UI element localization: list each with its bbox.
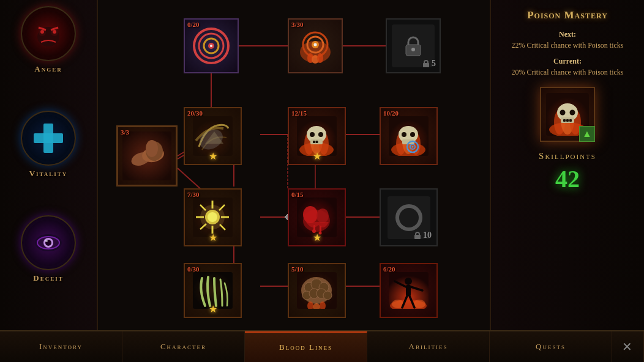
svg-point-5 bbox=[53, 30, 56, 34]
svg-rect-101 bbox=[414, 235, 421, 239]
svg-point-96 bbox=[316, 209, 329, 223]
svg-point-132 bbox=[560, 110, 566, 116]
star-n10: ★ bbox=[209, 303, 217, 315]
stat-deceit[interactable]: Deceit bbox=[21, 215, 76, 283]
svg-rect-136 bbox=[569, 119, 572, 122]
skill-node-n3[interactable]: 5 bbox=[386, 18, 441, 73]
nav-quests[interactable]: Quests bbox=[490, 331, 612, 362]
skill-count-n1: 0/20 bbox=[187, 21, 200, 28]
skill-count-n6: 10/20 bbox=[383, 109, 399, 117]
svg-point-111 bbox=[323, 291, 332, 300]
skill-node-n12[interactable]: 6/20 bbox=[380, 263, 438, 318]
svg-rect-68 bbox=[316, 141, 318, 143]
anger-icon bbox=[21, 6, 76, 61]
nav-bar: Inventory Character Blood Lines Abilitie… bbox=[0, 330, 644, 362]
skill-count-n4: 20/30 bbox=[187, 109, 203, 117]
svg-point-43 bbox=[210, 45, 212, 47]
stat-vitality[interactable]: Vitality bbox=[21, 111, 76, 179]
next-desc: Next: 22% Critical chance with Poison ti… bbox=[500, 29, 635, 51]
svg-point-119 bbox=[405, 278, 412, 285]
svg-point-4 bbox=[40, 30, 44, 34]
lock-num-n3: 5 bbox=[422, 59, 436, 68]
svg-point-133 bbox=[570, 110, 575, 116]
skill-node-n4[interactable]: 20/30 ★ bbox=[184, 107, 242, 165]
skillpoints-label: Skillpoints bbox=[500, 151, 635, 161]
vitality-label: Vitality bbox=[29, 169, 68, 179]
skill-node-n1[interactable]: 0/20 bbox=[184, 18, 239, 73]
skill-node-n7[interactable]: 7/30 bbox=[184, 188, 242, 246]
skill-node-n10[interactable]: 0/30 ★ bbox=[184, 263, 242, 318]
skill-node-n11[interactable]: 5/10 bbox=[288, 263, 346, 318]
nav-bloodlines[interactable]: Blood Lines bbox=[245, 331, 367, 362]
skill-node-n6[interactable]: 10/20 bbox=[380, 107, 438, 165]
skill-count-n2: 3/30 bbox=[291, 21, 304, 28]
svg-point-53 bbox=[411, 48, 415, 51]
svg-point-77 bbox=[410, 132, 415, 137]
anger-label: Anger bbox=[34, 64, 62, 74]
poison-mastery-title: Poison Mastery bbox=[500, 9, 635, 21]
svg-point-76 bbox=[402, 132, 406, 137]
skillpoints-section: Skillpoints 42 bbox=[500, 151, 635, 193]
skill-node-n9[interactable]: 10 bbox=[380, 188, 438, 246]
arm-skill-node[interactable]: 3/3 bbox=[116, 125, 178, 187]
skill-node-n8[interactable]: 0/15 ★ bbox=[288, 188, 346, 246]
current-desc: Current: 20% Critical chance with Poison… bbox=[500, 56, 635, 78]
skill-node-n2[interactable]: 3/30 bbox=[288, 18, 343, 73]
skill-count-n7: 7/30 bbox=[187, 191, 200, 198]
arm-skill-count: 3/3 bbox=[121, 128, 129, 136]
svg-rect-134 bbox=[563, 119, 566, 122]
svg-point-38 bbox=[146, 140, 158, 157]
skill-count-n11: 5/10 bbox=[291, 265, 304, 273]
skill-count-n10: 0/30 bbox=[187, 265, 200, 273]
current-label: Current: bbox=[500, 56, 635, 67]
svg-rect-54 bbox=[423, 63, 429, 67]
svg-point-92 bbox=[200, 205, 225, 229]
current-text: 20% Critical chance with Poison ticks bbox=[512, 68, 624, 76]
nav-character[interactable]: Character bbox=[122, 331, 245, 362]
up-arrow-badge: ▲ bbox=[579, 126, 595, 142]
stat-anger[interactable]: Anger bbox=[21, 6, 76, 74]
svg-point-51 bbox=[317, 53, 323, 63]
svg-rect-67 bbox=[313, 141, 315, 143]
star-n7: ★ bbox=[209, 232, 217, 243]
skill-count-n5: 12/15 bbox=[291, 109, 307, 117]
star-n5: ★ bbox=[313, 150, 321, 162]
next-label: Next: bbox=[500, 29, 635, 40]
svg-point-16 bbox=[45, 240, 48, 242]
skillpoints-value: 42 bbox=[500, 164, 635, 193]
deceit-label: Deceit bbox=[33, 273, 63, 283]
svg-rect-135 bbox=[566, 119, 569, 122]
skill-preview-icon[interactable]: ▲ bbox=[540, 87, 595, 142]
left-stat-panel: Anger Vitality bbox=[0, 0, 98, 330]
svg-point-80 bbox=[412, 146, 414, 148]
svg-point-95 bbox=[303, 206, 318, 223]
info-panel: Poison Mastery Next: 22% Critical chance… bbox=[490, 0, 644, 330]
svg-point-48 bbox=[314, 43, 317, 46]
deceit-icon bbox=[21, 215, 76, 270]
skill-count-n8: 0/15 bbox=[291, 191, 304, 198]
svg-rect-10 bbox=[34, 133, 63, 143]
star-n8: ★ bbox=[313, 232, 321, 243]
svg-rect-99 bbox=[313, 225, 315, 231]
skill-tree: 3/3 0/20 bbox=[98, 0, 490, 330]
nav-abilities[interactable]: Abilities bbox=[367, 331, 490, 362]
skill-node-n5[interactable]: 12/15 bbox=[288, 107, 346, 165]
star-n4: ★ bbox=[209, 150, 217, 162]
vitality-icon bbox=[21, 111, 76, 166]
lock-num-n9: 10 bbox=[413, 231, 432, 240]
svg-point-66 bbox=[318, 132, 323, 137]
svg-point-65 bbox=[310, 132, 315, 137]
next-text: 22% Critical chance with Poison ticks bbox=[512, 41, 624, 50]
close-button[interactable]: ✕ bbox=[612, 331, 644, 362]
nav-inventory[interactable]: Inventory bbox=[0, 331, 122, 362]
skill-count-n12: 6/20 bbox=[383, 265, 395, 273]
